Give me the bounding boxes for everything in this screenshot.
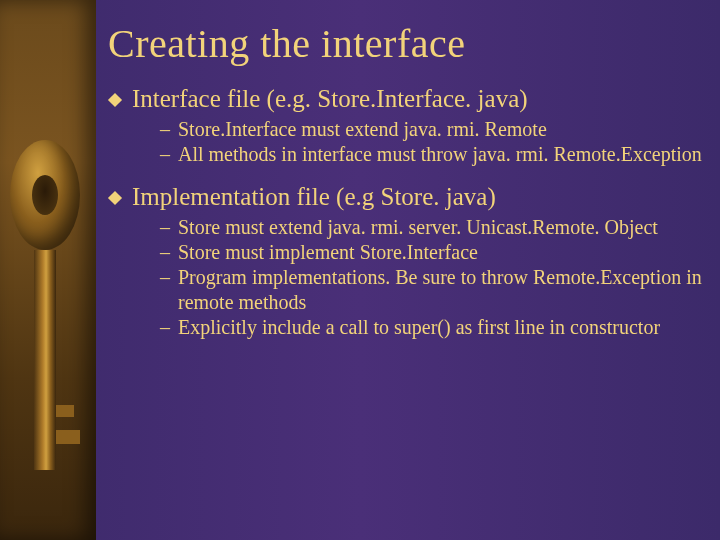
key-hole-icon (32, 175, 58, 215)
sub-bullet-item: Store must implement Store.Interface (160, 240, 704, 265)
sub-bullet-item: Program implementations. Be sure to thro… (160, 265, 704, 315)
key-shaft-icon (34, 250, 56, 470)
slide-title: Creating the interface (108, 20, 704, 67)
slide-content: Creating the interface Interface file (e… (108, 20, 704, 356)
decorative-side-image (0, 0, 96, 540)
key-tooth-icon (56, 405, 74, 417)
sub-bullet-list: Store.Interface must extend java. rmi. R… (132, 117, 704, 167)
sub-bullet-list: Store must extend java. rmi. server. Uni… (132, 215, 704, 340)
sub-bullet-item: All methods in interface must throw java… (160, 142, 704, 167)
sub-bullet-item: Store.Interface must extend java. rmi. R… (160, 117, 704, 142)
bullet-item: Implementation file (e.g Store. java) St… (108, 183, 704, 340)
bullet-item: Interface file (e.g. Store.Interface. ja… (108, 85, 704, 167)
slide: Creating the interface Interface file (e… (0, 0, 720, 540)
bullet-text: Interface file (e.g. Store.Interface. ja… (132, 85, 528, 112)
sub-bullet-item: Store must extend java. rmi. server. Uni… (160, 215, 704, 240)
key-tooth-icon (56, 430, 80, 444)
bullet-list: Interface file (e.g. Store.Interface. ja… (108, 85, 704, 340)
sub-bullet-item: Explicitly include a call to super() as … (160, 315, 704, 340)
bullet-text: Implementation file (e.g Store. java) (132, 183, 496, 210)
